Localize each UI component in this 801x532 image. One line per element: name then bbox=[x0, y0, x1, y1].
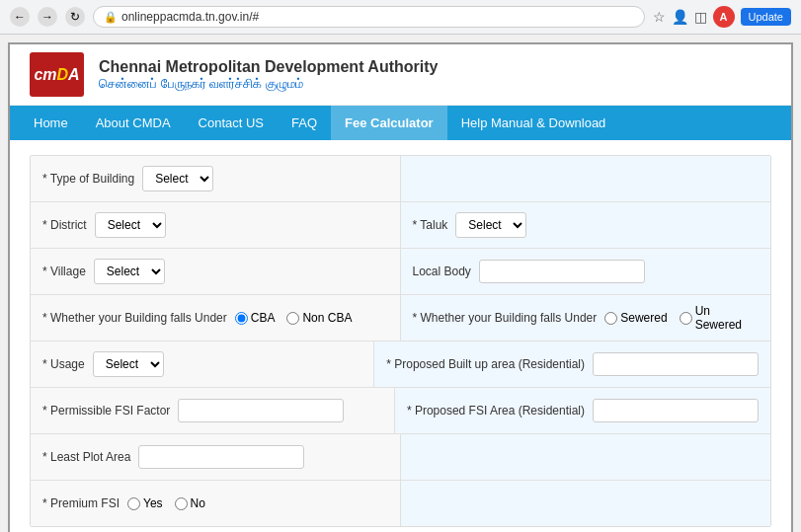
type-of-building-control: Select bbox=[142, 166, 387, 191]
village-label: * Village bbox=[42, 265, 86, 278]
sewered-radio-group: Sewered Un Sewered bbox=[604, 304, 759, 332]
extensions-icon[interactable]: ◫ bbox=[694, 9, 707, 25]
logo: cmDA bbox=[30, 52, 84, 97]
premium-fsi-no-radio[interactable] bbox=[175, 497, 188, 510]
premium-fsi-yes-label: Yes bbox=[143, 496, 163, 510]
site-header: cmDA Chennai Metropolitan Development Au… bbox=[10, 44, 791, 106]
least-plot-cell: * Least Plot Area bbox=[31, 434, 401, 480]
address-bar[interactable]: 🔒 onlineppacmda.tn.gov.in/# bbox=[93, 6, 645, 28]
taluk-select[interactable]: Select bbox=[455, 212, 526, 238]
un-sewered-radio-label: Un Sewered bbox=[695, 304, 759, 332]
nav-contact[interactable]: Contact US bbox=[185, 106, 278, 140]
premium-fsi-cell: * Premium FSI Yes No bbox=[31, 481, 401, 526]
permissible-fsi-label: * Permissible FSI Factor bbox=[42, 404, 170, 418]
lock-icon: 🔒 bbox=[104, 11, 118, 24]
type-of-building-right-cell bbox=[401, 156, 771, 201]
sewered-option[interactable]: Sewered bbox=[604, 311, 667, 325]
nav-help[interactable]: Help Manual & Download bbox=[447, 106, 620, 140]
village-cell: * Village Select bbox=[31, 249, 401, 294]
nav-faq[interactable]: FAQ bbox=[278, 106, 331, 140]
local-body-label: Local Body bbox=[413, 265, 471, 278]
proposed-fsi-cell: * Proposed FSI Area (Residential) bbox=[395, 388, 770, 433]
proposed-built-label: * Proposed Built up area (Residential) bbox=[386, 357, 585, 371]
non-cba-radio[interactable] bbox=[286, 312, 299, 325]
browser-chrome: ← → ↻ 🔒 onlineppacmda.tn.gov.in/# ☆ 👤 ◫ … bbox=[0, 0, 801, 35]
village-control: Select bbox=[94, 259, 388, 284]
non-cba-radio-label: Non CBA bbox=[302, 311, 352, 325]
form-row-least-plot: * Least Plot Area bbox=[31, 434, 770, 481]
avatar-button[interactable]: A bbox=[713, 6, 735, 28]
nav-about[interactable]: About CMDA bbox=[82, 106, 185, 140]
form-row-district: * District Select * Taluk Select bbox=[31, 202, 770, 249]
sewered-radio[interactable] bbox=[604, 312, 617, 325]
village-select[interactable]: Select bbox=[94, 259, 165, 284]
main-nav: Home About CMDA Contact US FAQ Fee Calcu… bbox=[10, 106, 791, 140]
local-body-control bbox=[479, 260, 759, 283]
district-cell: * District Select bbox=[31, 202, 401, 248]
header-text: Chennai Metropolitan Development Authori… bbox=[99, 58, 438, 92]
taluk-label: * Taluk bbox=[413, 218, 448, 232]
district-select[interactable]: Select bbox=[95, 212, 166, 238]
district-control: Select bbox=[95, 212, 388, 238]
proposed-built-input[interactable] bbox=[593, 352, 759, 376]
sewered-radio-label: Sewered bbox=[620, 311, 667, 325]
proposed-built-control bbox=[593, 352, 759, 376]
usage-label: * Usage bbox=[42, 357, 85, 371]
proposed-fsi-control bbox=[593, 399, 759, 422]
form-row-usage: * Usage Select * Proposed Built up area … bbox=[31, 342, 770, 388]
taluk-cell: * Taluk Select bbox=[401, 202, 771, 248]
least-plot-control bbox=[138, 445, 387, 469]
proposed-fsi-label: * Proposed FSI Area (Residential) bbox=[407, 404, 585, 418]
least-plot-input[interactable] bbox=[138, 445, 304, 469]
bookmark-icon[interactable]: ☆ bbox=[653, 9, 666, 25]
local-body-input[interactable] bbox=[479, 260, 645, 283]
reload-button[interactable]: ↻ bbox=[65, 7, 85, 27]
back-button[interactable]: ← bbox=[10, 7, 30, 27]
taluk-control: Select bbox=[455, 212, 759, 238]
site-subtitle: சென்னைப் பேருநகர் வளர்ச்சிக் குழுமம் bbox=[99, 76, 438, 92]
update-button[interactable]: Update bbox=[741, 8, 791, 26]
form-row-type-of-building: * Type of Building Select bbox=[31, 156, 770, 202]
premium-fsi-no[interactable]: No bbox=[175, 496, 205, 510]
type-of-building-label: * Type of Building bbox=[42, 172, 134, 186]
premium-fsi-yes[interactable]: Yes bbox=[127, 496, 163, 510]
user-profile-icon[interactable]: 👤 bbox=[672, 9, 688, 25]
local-body-cell: Local Body bbox=[401, 249, 771, 294]
type-of-building-select[interactable]: Select bbox=[142, 166, 213, 191]
proposed-fsi-input[interactable] bbox=[593, 399, 759, 422]
permissible-fsi-control bbox=[178, 399, 382, 422]
url-text: onlineppacmda.tn.gov.in/# bbox=[121, 10, 259, 24]
forward-button[interactable]: → bbox=[38, 7, 57, 27]
cba-option[interactable]: CBA bbox=[235, 311, 276, 325]
premium-fsi-right-cell bbox=[401, 481, 771, 526]
sewered-cell: * Whether your Building falls Under Sewe… bbox=[401, 295, 771, 341]
usage-control: Select bbox=[93, 351, 362, 377]
browser-actions: ☆ 👤 ◫ A Update bbox=[653, 6, 791, 28]
page-wrapper: cmDA Chennai Metropolitan Development Au… bbox=[8, 42, 793, 532]
nav-fee-calculator[interactable]: Fee Calculator bbox=[331, 106, 447, 140]
proposed-built-cell: * Proposed Built up area (Residential) bbox=[374, 342, 770, 387]
permissible-fsi-input[interactable] bbox=[178, 399, 344, 422]
logo-text: cmDA bbox=[34, 66, 79, 84]
cba-label: * Whether your Building falls Under bbox=[42, 311, 227, 325]
form-row-fsi: * Permissible FSI Factor * Proposed FSI … bbox=[31, 388, 770, 434]
nav-home[interactable]: Home bbox=[20, 106, 82, 140]
form-row-premium-fsi: * Premium FSI Yes No bbox=[31, 481, 770, 526]
form-grid: * Type of Building Select * District bbox=[30, 155, 771, 527]
usage-select[interactable]: Select bbox=[93, 351, 164, 377]
permissible-fsi-cell: * Permissible FSI Factor bbox=[31, 388, 395, 433]
non-cba-option[interactable]: Non CBA bbox=[286, 311, 352, 325]
form-row-village: * Village Select Local Body bbox=[31, 249, 770, 295]
form-row-building-under: * Whether your Building falls Under CBA … bbox=[31, 295, 770, 342]
premium-fsi-yes-radio[interactable] bbox=[127, 497, 140, 510]
sewered-label: * Whether your Building falls Under bbox=[413, 311, 598, 325]
district-label: * District bbox=[42, 218, 87, 232]
un-sewered-option[interactable]: Un Sewered bbox=[680, 304, 759, 332]
cba-radio[interactable] bbox=[235, 312, 248, 325]
premium-fsi-no-label: No bbox=[191, 496, 205, 510]
cba-cell: * Whether your Building falls Under CBA … bbox=[31, 295, 401, 341]
cba-radio-group: CBA Non CBA bbox=[235, 311, 388, 325]
cba-radio-label: CBA bbox=[251, 311, 276, 325]
un-sewered-radio[interactable] bbox=[680, 312, 692, 325]
usage-cell: * Usage Select bbox=[31, 342, 374, 387]
